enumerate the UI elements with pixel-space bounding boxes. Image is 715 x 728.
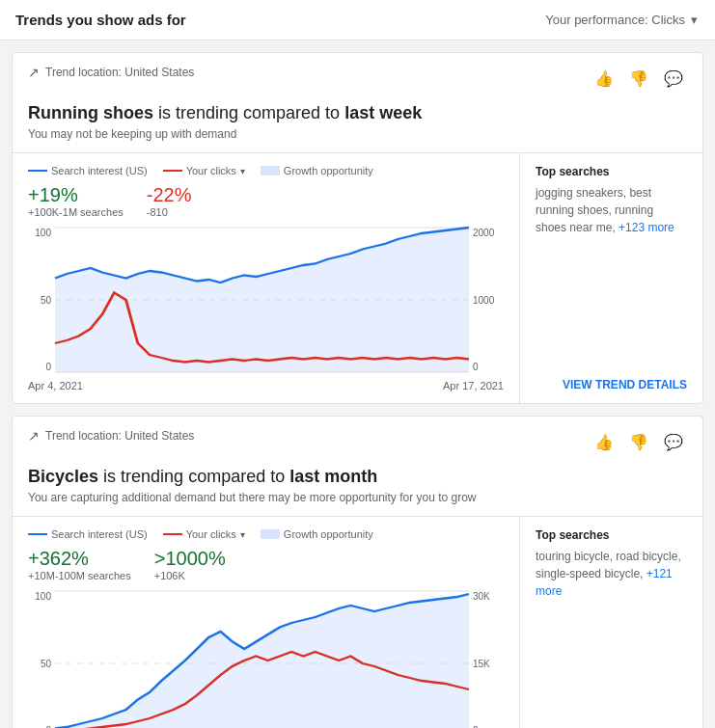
card-subtext: You may not be keeping up with demand [13, 127, 702, 141]
chevron-down-icon: ▾ [691, 13, 698, 27]
dropdown-arrow-icon: ▾ [240, 166, 245, 176]
light-blue-legend-line [261, 166, 280, 175]
chart-section: Search interest (US) Your clicks ▾ Growt… [13, 152, 702, 403]
chart-svg [55, 228, 469, 372]
chart-area: 100 50 0 [28, 591, 504, 728]
card-headline: Running shoes is trending compared to la… [28, 103, 687, 123]
trend-location-row: ↗ Trend location: United States [28, 65, 194, 80]
y-right-top: 30K [473, 591, 504, 602]
card-top-row: ↗ Trend location: United States 👍 👎 💬 [13, 53, 702, 92]
blue-legend-line [28, 533, 47, 535]
legend-item-growth: Growth opportunity [261, 528, 373, 540]
comment-icon[interactable]: 💬 [660, 428, 687, 455]
comment-icon[interactable]: 💬 [660, 65, 687, 92]
performance-value: Your performance: Clicks [545, 13, 685, 27]
metric-search-sub: +10M-100M searches [28, 570, 131, 581]
card-subtext: You are capturing additional demand but … [13, 491, 702, 504]
chart-date-end: Apr 17, 2021 [443, 380, 504, 391]
y-right-top: 2000 [473, 228, 504, 238]
trend-comparison: is trending compared to [103, 467, 289, 486]
y-axis-right: 30K 15K 0 [469, 591, 504, 728]
chart-section: Search interest (US) Your clicks ▾ Growt… [13, 516, 702, 728]
chart-svg [55, 591, 469, 728]
legend: Search interest (US) Your clicks ▾ Growt… [28, 165, 504, 176]
light-blue-legend-line [261, 529, 280, 539]
thumbs-up-icon[interactable]: 👍 [591, 428, 618, 455]
metric-search-sub: +100K-1M searches [28, 206, 124, 218]
red-legend-line [163, 170, 182, 172]
legend-item-growth: Growth opportunity [261, 165, 373, 176]
chart-svg-container [55, 228, 469, 372]
view-trend-details-button[interactable]: VIEW TREND DETAILS [536, 370, 687, 391]
top-searches-more-link[interactable]: +123 more [619, 221, 674, 234]
metric-clicks: -22% -810 [147, 184, 192, 218]
trend-subject: Running shoes [28, 103, 153, 122]
chart-sidebar: Top searches touring bicycle, road bicyc… [519, 517, 702, 728]
dropdown-arrow-icon: ▾ [240, 529, 245, 540]
blue-legend-line [28, 170, 47, 172]
y-right-mid: 1000 [473, 295, 504, 306]
metric-search: +19% +100K-1M searches [28, 184, 124, 218]
top-searches-text: jogging sneakers, best running shoes, ru… [536, 184, 687, 236]
trend-card: ↗ Trend location: United States 👍 👎 💬 Bi… [12, 416, 703, 728]
legend-label-clicks: Your clicks [186, 165, 236, 176]
metric-search-pct: +19% [28, 184, 78, 205]
top-searches-section: Top searches touring bicycle, road bicyc… [536, 528, 687, 600]
metric-search-value: +19% [28, 184, 124, 206]
y-right-mid: 15K [473, 659, 504, 669]
y-right-bottom: 0 [473, 362, 504, 372]
chart-sidebar: Top searches jogging sneakers, best runn… [519, 153, 702, 403]
metric-clicks-sub: +106K [154, 570, 226, 581]
legend-label-search: Search interest (US) [51, 165, 148, 176]
y-axis-right: 2000 1000 0 [469, 228, 504, 372]
card-actions: 👍 👎 💬 [591, 65, 687, 92]
metric-search-pct: +362% [28, 548, 89, 569]
trend-timeframe: last month [289, 467, 377, 486]
card-actions: 👍 👎 💬 [591, 428, 687, 455]
trending-up-icon: ↗ [28, 428, 40, 444]
legend-item-clicks[interactable]: Your clicks ▾ [163, 528, 245, 540]
legend-label-growth: Growth opportunity [284, 165, 373, 176]
chart-area-fill [55, 594, 469, 728]
thumbs-down-icon[interactable]: 👎 [625, 428, 652, 455]
y-left-top: 100 [28, 228, 51, 238]
top-searches-label: Top searches [536, 528, 687, 542]
chart-svg-container [55, 591, 469, 728]
metrics-row: +362% +10M-100M searches >1000% +106K [28, 548, 504, 581]
page-header: Trends you show ads for Your performance… [0, 0, 715, 40]
chart-main: Search interest (US) Your clicks ▾ Growt… [13, 517, 519, 728]
chart-date-start: Apr 4, 2021 [28, 380, 83, 391]
metric-clicks-pct: -22% [147, 184, 192, 205]
top-searches-more-link[interactable]: +121 more [536, 567, 673, 598]
card-top-row: ↗ Trend location: United States 👍 👎 💬 [13, 417, 702, 455]
chart-main: Search interest (US) Your clicks ▾ Growt… [13, 153, 519, 403]
trend-location-text: Trend location: United States [45, 429, 194, 443]
thumbs-up-icon[interactable]: 👍 [591, 65, 618, 92]
trend-location-row: ↗ Trend location: United States [28, 428, 194, 444]
legend-item-search: Search interest (US) [28, 528, 148, 540]
chart-dates: Apr 4, 2021 Apr 17, 2021 [28, 376, 504, 391]
y-left-bottom: 0 [28, 362, 51, 372]
red-legend-line [163, 533, 182, 535]
trend-card: ↗ Trend location: United States 👍 👎 💬 Ru… [12, 52, 703, 404]
legend-item-clicks[interactable]: Your clicks ▾ [163, 165, 245, 176]
metric-search-value: +362% [28, 548, 131, 570]
card-header: Bicycles is trending compared to last mo… [13, 455, 702, 487]
y-left-mid: 50 [28, 659, 51, 669]
legend-item-search: Search interest (US) [28, 165, 148, 176]
metric-clicks-value: -22% [147, 184, 192, 206]
performance-selector[interactable]: Your performance: Clicks ▾ [539, 13, 700, 27]
y-left-mid: 50 [28, 295, 51, 306]
legend: Search interest (US) Your clicks ▾ Growt… [28, 528, 504, 540]
metric-clicks: >1000% +106K [154, 548, 226, 581]
trend-timeframe: last week [344, 103, 422, 122]
card-headline: Bicycles is trending compared to last mo… [28, 467, 687, 487]
metrics-row: +19% +100K-1M searches -22% -810 [28, 184, 504, 218]
top-searches-label: Top searches [536, 165, 687, 178]
chart-area: 100 50 0 [28, 228, 504, 372]
thumbs-down-icon[interactable]: 👎 [625, 65, 652, 92]
metric-clicks-pct: >1000% [154, 548, 226, 569]
metric-search: +362% +10M-100M searches [28, 548, 131, 581]
y-axis-left: 100 50 0 [28, 591, 55, 728]
legend-label-clicks: Your clicks [186, 528, 236, 540]
